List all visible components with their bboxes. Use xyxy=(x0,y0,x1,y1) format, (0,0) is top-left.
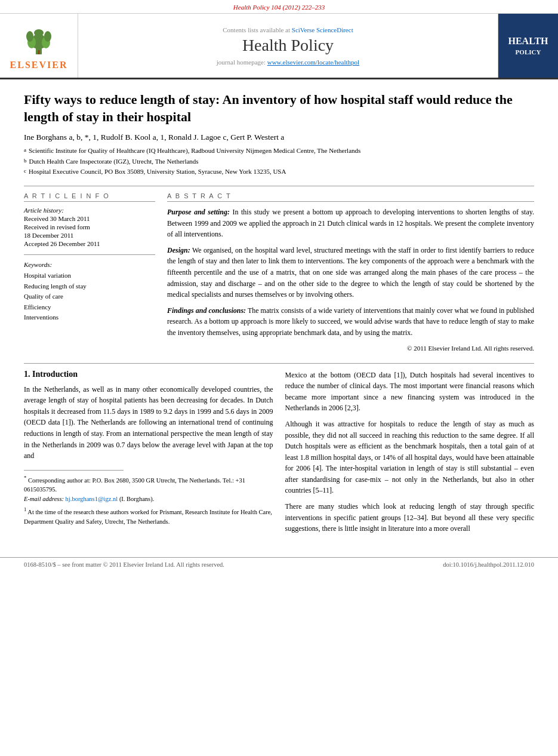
svg-point-3 xyxy=(34,29,44,36)
received-date: Received 30 March 2011 xyxy=(24,215,155,222)
introduction-section: 1. Introduction In the Netherlands, as w… xyxy=(24,370,534,539)
journal-badge: HEALTH POLICY xyxy=(498,14,558,78)
header-divider xyxy=(24,186,534,186)
keywords-section: Keywords: Hospital variation Reducing le… xyxy=(24,254,155,323)
keyword-5: Interventions xyxy=(24,312,155,323)
copyright-line: © 2011 Elsevier Ireland Ltd. All rights … xyxy=(167,343,534,354)
elsevier-tree-icon xyxy=(15,21,63,57)
keyword-3: Quality of care xyxy=(24,291,155,302)
affiliation-a: a Scientific Institute for Quality of He… xyxy=(24,146,534,156)
affiliations: a Scientific Institute for Quality of He… xyxy=(24,146,534,177)
footer-issn: 0168-8510/$ – see front matter © 2011 El… xyxy=(24,561,224,568)
article-container: Fifty ways to reduce length of stay: An … xyxy=(0,79,558,551)
abstract-paragraph-1: Purpose and setting: In this study we pr… xyxy=(167,207,534,240)
footnote-email: hj.borghans1@igz.nl xyxy=(66,496,118,502)
sciverse-availability: Contents lists available at SciVerse Sci… xyxy=(223,26,353,33)
intro-para-right-2: Although it was attractive for hospitals… xyxy=(285,419,535,496)
affiliation-c: c Hospital Executive Council, PO Box 350… xyxy=(24,167,534,177)
abstract-bold-1: Purpose and setting: xyxy=(167,208,230,216)
intro-para-right-1: Mexico at the bottom (OECD data [1]), Du… xyxy=(285,370,535,414)
keywords-label: Keywords: xyxy=(24,261,155,268)
info-abstract-section: A R T I C L E I N F O Article history: R… xyxy=(24,192,534,354)
citation-text: Health Policy 104 (2012) 222–233 xyxy=(233,4,325,11)
abstract-paragraph-3: Findings and conclusions: The matrix con… xyxy=(167,305,534,339)
history-label: Article history: xyxy=(24,207,155,214)
keyword-2: Reducing length of stay xyxy=(24,281,155,292)
sciverse-link[interactable]: SciVerse ScienceDirect xyxy=(292,26,353,33)
svg-point-7 xyxy=(44,31,51,42)
page-footer: 0168-8510/$ – see front matter © 2011 El… xyxy=(0,557,558,571)
article-title: Fifty ways to reduce length of stay: An … xyxy=(24,91,534,125)
accepted-date: Accepted 26 December 2011 xyxy=(24,240,155,247)
affil-a-text: Scientific Institute for Quality of Heal… xyxy=(29,146,360,156)
elsevier-logo-area: ELSEVIER xyxy=(0,14,78,78)
abstract-text: Purpose and setting: In this study we pr… xyxy=(167,207,534,354)
article-history: Article history: Received 30 March 2011 … xyxy=(24,207,155,247)
journal-homepage: journal homepage: www.elsevier.com/locat… xyxy=(217,59,359,66)
intro-body-right: Mexico at the bottom (OECD data [1]), Du… xyxy=(285,370,535,534)
homepage-link[interactable]: www.elsevier.com/locate/healthpol xyxy=(267,59,359,66)
authors-line: Ine Borghans a, b, *, 1, Rudolf B. Kool … xyxy=(24,133,534,142)
abstract-col: A B S T R A C T Purpose and setting: In … xyxy=(167,192,534,354)
footer-doi: doi:10.1016/j.healthpol.2011.12.010 xyxy=(443,561,534,568)
affiliation-b: b Dutch Health Care Inspectorate (IGZ), … xyxy=(24,156,534,167)
keyword-4: Efficiency xyxy=(24,302,155,313)
abstract-text-2: We organised, on the hospital ward level… xyxy=(167,246,534,299)
intro-para-right-3: There are many studies which look at red… xyxy=(285,501,535,534)
journal-header: ELSEVIER Contents lists available at Sci… xyxy=(0,14,558,79)
intro-heading: 1. Introduction xyxy=(24,370,273,379)
abstract-heading: A B S T R A C T xyxy=(167,192,534,202)
top-citation-bar: Health Policy 104 (2012) 222–233 xyxy=(0,0,558,14)
footnote-email-note: (I. Borghans). xyxy=(119,496,154,502)
keywords-divider xyxy=(24,254,155,255)
abstract-bold-2: Design: xyxy=(167,246,190,254)
intro-col-left: 1. Introduction In the Netherlands, as w… xyxy=(24,370,273,539)
footnote-1: 1 At the time of the research these auth… xyxy=(24,506,273,526)
intro-body-left: In the Netherlands, as well as in many o… xyxy=(24,384,273,462)
affil-b-text: Dutch Health Care Inspectorate (IGZ), Ut… xyxy=(29,156,199,167)
journal-info-center: Contents lists available at SciVerse Sci… xyxy=(78,14,498,78)
journal-title: Health Policy xyxy=(242,36,334,55)
intro-para-1: In the Netherlands, as well as in many o… xyxy=(24,384,273,462)
footnote-star: * Corresponding author at: P.O. Box 2680… xyxy=(24,474,273,504)
svg-point-6 xyxy=(26,31,33,42)
revised-date: 18 December 2011 xyxy=(24,232,155,239)
abstract-bold-3: Findings and conclusions: xyxy=(167,306,246,315)
health-policy-badge-text: HEALTH POLICY xyxy=(508,35,548,56)
abstract-paragraph-2: Design: We organised, on the hospital wa… xyxy=(167,245,534,300)
revised-label: Received in revised form xyxy=(24,223,155,231)
email-label: E-mail address: xyxy=(24,496,64,502)
body-divider xyxy=(24,363,534,364)
affil-c-text: Hospital Executive Council, PO Box 35089… xyxy=(29,167,286,177)
keyword-1: Hospital variation xyxy=(24,271,155,281)
elsevier-brand-text: ELSEVIER xyxy=(10,60,68,70)
article-info-col: A R T I C L E I N F O Article history: R… xyxy=(24,192,155,354)
footnotes-divider xyxy=(24,470,124,471)
article-info-heading: A R T I C L E I N F O xyxy=(24,192,155,202)
intro-col-right: Mexico at the bottom (OECD data [1]), Du… xyxy=(285,370,535,539)
